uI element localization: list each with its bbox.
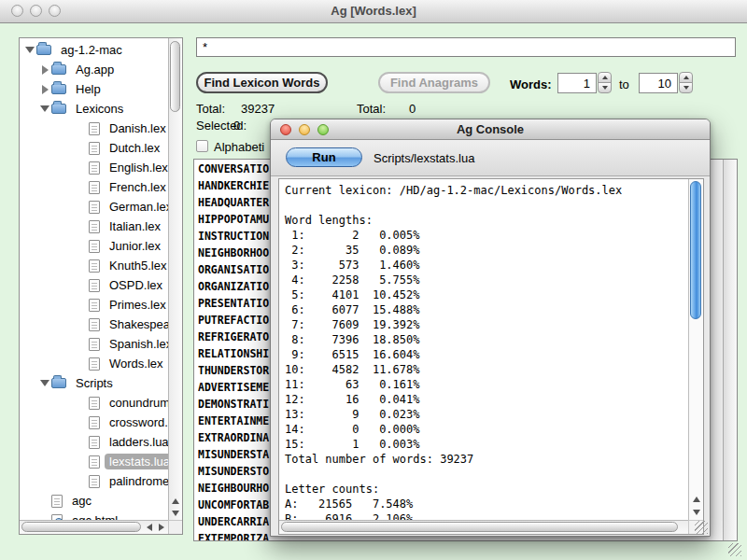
tree-item-label: Shakespeare.lex xyxy=(105,316,168,332)
words-max-field[interactable] xyxy=(639,73,678,93)
words-min-stepper[interactable] xyxy=(598,72,612,94)
find-anagrams-button[interactable]: Find Anagrams xyxy=(378,72,490,93)
tree-item-ag-1-2-mac[interactable]: ag-1.2-mac xyxy=(20,40,168,60)
tree-item-label: Ag.app xyxy=(71,62,119,77)
tree-item-label: OSPD.lex xyxy=(105,277,167,293)
total-label: Total: xyxy=(196,102,225,116)
tree-item-words-lex[interactable]: Words.lex xyxy=(20,354,168,373)
console-vertical-scrollbar[interactable] xyxy=(688,179,703,520)
tree-item-label: ag-1.2-mac xyxy=(56,42,127,58)
sidebar-scroll-down-button[interactable] xyxy=(169,507,182,519)
tree-item-label: crossword.lua xyxy=(105,414,168,430)
document-icon xyxy=(89,181,100,194)
document-icon xyxy=(89,475,100,488)
word-list-scrollbar[interactable] xyxy=(723,160,737,540)
tree-item-german-lex[interactable]: German.lex xyxy=(20,197,168,217)
run-button[interactable]: Run xyxy=(286,147,362,167)
tree-item-junior-lex[interactable]: Junior.lex xyxy=(20,236,168,256)
tree-item-lexstats-lua[interactable]: lexstats.lua xyxy=(20,452,168,471)
alphabetical-checkbox[interactable] xyxy=(196,140,208,152)
tree-item-primes-lex[interactable]: Primes.lex xyxy=(20,295,168,315)
find-lexicon-words-button[interactable]: Find Lexicon Words xyxy=(196,72,328,93)
document-icon xyxy=(89,122,100,135)
console-window-title: Ag Console xyxy=(271,122,710,136)
console-titlebar[interactable]: Ag Console xyxy=(271,119,710,140)
console-scroll-down-button[interactable] xyxy=(689,506,703,518)
tree-item-label: agc xyxy=(67,493,96,509)
disclosure-triangle-icon[interactable] xyxy=(38,380,51,386)
tree-item-danish-lex[interactable]: Danish.lex xyxy=(20,119,168,138)
words-min-decrement-icon[interactable] xyxy=(598,82,612,93)
tree-item-dutch-lex[interactable]: Dutch.lex xyxy=(20,138,168,158)
console-resize-grip[interactable] xyxy=(695,521,708,534)
sidebar-hscroll-thumb[interactable] xyxy=(21,522,141,532)
console-scroll-up-button[interactable] xyxy=(689,493,703,505)
words-range-label: Words: xyxy=(510,77,552,91)
tree-item-ag-app[interactable]: Ag.app xyxy=(20,60,168,79)
main-window-title: Ag [Words.lex] xyxy=(0,4,747,18)
tree-item-scripts[interactable]: Scripts xyxy=(20,373,168,393)
document-icon xyxy=(89,161,100,175)
main-window-resize-grip[interactable] xyxy=(728,543,741,556)
tree-item-help[interactable]: Help xyxy=(20,79,168,99)
console-output: Current lexicon: /HD/ag-1.2-mac/Lexicons… xyxy=(279,179,688,520)
tree-item-agc-html[interactable]: agc.html xyxy=(20,511,168,520)
tree-item-label: Help xyxy=(71,81,106,97)
disclosure-triangle-icon[interactable] xyxy=(38,85,51,94)
tree-item-lexicons[interactable]: Lexicons xyxy=(20,99,168,119)
words-max-stepper[interactable] xyxy=(679,72,693,94)
pattern-input[interactable] xyxy=(196,37,736,57)
tree-item-palindromes-lua[interactable]: palindromes.lua xyxy=(20,471,168,491)
tree-item-italian-lex[interactable]: Italian.lex xyxy=(20,217,168,236)
console-hscroll-thumb[interactable] xyxy=(281,522,678,532)
disclosure-triangle-icon[interactable] xyxy=(38,65,51,75)
disclosure-triangle-icon[interactable] xyxy=(38,105,51,112)
sidebar-vertical-scrollbar[interactable] xyxy=(168,38,182,520)
tree-item-label: English.lex xyxy=(105,160,168,175)
sidebar-scroll-right-button[interactable] xyxy=(155,521,167,534)
words-max-decrement-icon[interactable] xyxy=(679,82,693,93)
tree-item-conundrums-lua[interactable]: conundrums.lua xyxy=(20,393,168,413)
console-output-area[interactable]: Current lexicon: /HD/ag-1.2-mac/Lexicons… xyxy=(278,178,704,535)
tree-item-shakespeare-lex[interactable]: Shakespeare.lex xyxy=(20,315,168,334)
document-icon xyxy=(89,455,100,469)
tree-item-label: Primes.lex xyxy=(105,297,168,313)
tree-item-label: Lexicons xyxy=(71,101,128,117)
folder-icon xyxy=(51,84,66,94)
tree-item-ospd-lex[interactable]: OSPD.lex xyxy=(20,275,168,295)
document-icon xyxy=(89,201,100,214)
tree-item-label: Italian.lex xyxy=(105,218,165,234)
anagram-total-value: 0 xyxy=(409,102,416,116)
tree-item-english-lex[interactable]: English.lex xyxy=(20,158,168,177)
document-icon xyxy=(89,338,100,351)
folder-icon xyxy=(51,104,66,114)
tree-item-spanish-lex[interactable]: Spanish.lex xyxy=(20,334,168,354)
disclosure-triangle-icon[interactable] xyxy=(23,47,36,53)
sidebar-scroll-corner xyxy=(168,520,182,534)
sidebar-file-browser: ag-1.2-macAg.appHelpLexiconsDanish.lexDu… xyxy=(19,37,183,535)
sidebar-scroll-up-button[interactable] xyxy=(169,495,182,507)
tree-item-knuth5-lex[interactable]: Knuth5.lex xyxy=(20,256,168,275)
tree-item-crossword-lua[interactable]: crossword.lua xyxy=(20,413,168,432)
tree-item-ladders-lua[interactable]: ladders.lua xyxy=(20,432,168,452)
console-window[interactable]: Ag Console Run Scripts/lexstats.lua Curr… xyxy=(270,119,711,537)
total-value: 39237 xyxy=(241,102,275,116)
tree-item-label: Danish.lex xyxy=(105,120,168,136)
sidebar-scroll-left-button[interactable] xyxy=(143,521,155,534)
sidebar-horizontal-scrollbar[interactable] xyxy=(20,520,168,534)
console-vscroll-thumb[interactable] xyxy=(690,181,701,319)
document-icon xyxy=(89,436,100,449)
tree-item-label: Spanish.lex xyxy=(105,336,168,352)
anagram-total-label: Total: xyxy=(357,102,386,116)
words-min-field[interactable] xyxy=(557,73,597,93)
tree-item-label: Junior.lex xyxy=(105,238,165,254)
tree-item-agc[interactable]: agc xyxy=(20,491,168,511)
document-icon xyxy=(89,240,100,253)
document-icon xyxy=(89,318,100,331)
console-horizontal-scrollbar[interactable] xyxy=(279,520,688,534)
to-label: to xyxy=(619,77,629,91)
tree-item-label: Words.lex xyxy=(105,356,168,371)
tree-item-french-lex[interactable]: French.lex xyxy=(20,177,168,197)
main-window-titlebar[interactable]: Ag [Words.lex] xyxy=(0,0,747,23)
sidebar-vscroll-thumb[interactable] xyxy=(170,41,180,112)
